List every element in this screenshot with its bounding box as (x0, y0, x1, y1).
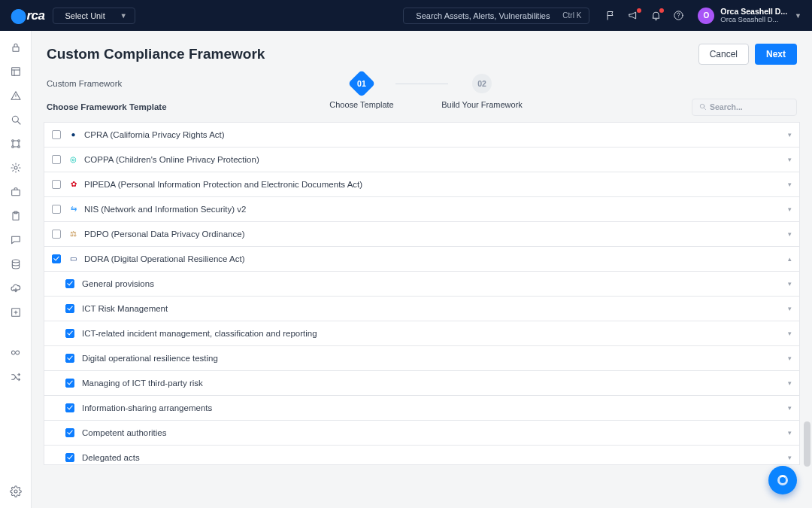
cloud-icon[interactable] (10, 282, 22, 294)
clipboard-icon[interactable] (10, 210, 22, 222)
framework-child-row[interactable]: ICT-related incident management, classif… (44, 321, 799, 345)
step-1-badge: 01 (348, 70, 376, 98)
framework-row[interactable]: ◎COPPA (Children's Online Privacy Protec… (44, 147, 799, 172)
layout-icon[interactable] (10, 65, 22, 78)
child-checkbox[interactable] (65, 304, 74, 313)
child-checkbox[interactable] (65, 453, 74, 462)
chevron-down-icon: ▼ (795, 12, 801, 20)
framework-label: PDPO (Personal Data Privacy Ordinance) (84, 230, 244, 239)
expand-icon[interactable]: ▾ (788, 354, 792, 362)
framework-icon: ◎ (68, 154, 78, 164)
user-text: Orca Seashell D... Orca Seashell D... (720, 8, 787, 24)
sidebar (0, 31, 32, 508)
framework-row[interactable]: ▭DORA (Digital Operational Resilience Ac… (44, 246, 799, 271)
framework-child-row[interactable]: ICT Risk Management▾ (44, 296, 799, 321)
expand-icon[interactable]: ▾ (788, 429, 792, 437)
global-search-placeholder: Search Assets, Alerts, Vulnerabilities (416, 11, 558, 20)
framework-checkbox[interactable] (52, 130, 61, 139)
child-checkbox[interactable] (65, 354, 74, 363)
child-label: ICT-related incident management, classif… (82, 329, 317, 338)
child-checkbox[interactable] (65, 403, 74, 412)
child-checkbox[interactable] (65, 329, 74, 338)
step-1[interactable]: 01 Choose Template (320, 74, 403, 111)
framework-row[interactable]: ✿PIPEDA (Personal Information Protection… (44, 172, 799, 196)
flag-icon[interactable] (604, 10, 617, 22)
child-label: Managing of ICT third-party risk (82, 379, 203, 388)
settings-icon[interactable] (10, 485, 22, 497)
select-unit-dropdown[interactable]: Select Unit ▼ (53, 8, 135, 24)
framework-icon: ● (68, 129, 78, 139)
framework-checkbox[interactable] (52, 230, 61, 239)
framework-checkbox[interactable] (52, 155, 61, 164)
framework-label: NIS (Network and Information Security) v… (84, 205, 246, 214)
add-box-icon[interactable] (10, 306, 22, 318)
framework-row[interactable]: ●CPRA (California Privacy Rights Act)▾ (44, 122, 799, 147)
step-2-badge: 02 (472, 74, 492, 93)
expand-icon[interactable]: ▾ (788, 280, 792, 287)
user-name: Orca Seashell D... (720, 8, 787, 17)
expand-icon[interactable]: ▾ (788, 156, 792, 163)
framework-child-row[interactable]: Competent authorities▾ (44, 420, 799, 445)
framework-label: DORA (Digital Operational Resilience Act… (84, 254, 244, 263)
cancel-button[interactable]: Cancel (698, 44, 749, 65)
infinity-icon[interactable] (10, 347, 22, 359)
framework-child-row[interactable]: Information-sharing arrangements▾ (44, 395, 799, 420)
framework-checkbox[interactable] (52, 205, 61, 214)
shuffle-icon[interactable] (10, 371, 22, 383)
expand-icon[interactable]: ▾ (788, 330, 792, 337)
bell-icon[interactable] (650, 10, 662, 22)
framework-child-row[interactable]: Delegated acts▾ (44, 445, 799, 465)
framework-icon: ✿ (68, 179, 78, 189)
briefcase-icon[interactable] (10, 186, 22, 198)
expand-icon[interactable]: ▾ (788, 131, 792, 138)
select-unit-label: Select Unit (65, 11, 105, 20)
help-icon[interactable] (672, 10, 684, 22)
expand-icon[interactable]: ▾ (788, 205, 792, 213)
global-search[interactable]: Search Assets, Alerts, Vulnerabilities C… (403, 8, 589, 24)
alert-icon[interactable] (10, 90, 22, 102)
expand-icon[interactable]: ▾ (788, 379, 792, 387)
search-nav-icon[interactable] (10, 114, 22, 126)
topbar: ⬤rca Select Unit ▼ Search Assets, Alerts… (0, 0, 812, 31)
framework-child-row[interactable]: Digital operational resilience testing▾ (44, 345, 799, 370)
framework-child-row[interactable]: General provisions▾ (44, 271, 799, 296)
header-actions: Cancel Next (698, 44, 797, 65)
svg-rect-6 (13, 47, 19, 51)
expand-icon[interactable]: ▴ (788, 255, 792, 263)
expand-icon[interactable]: ▾ (788, 181, 792, 188)
svg-point-12 (12, 116, 18, 122)
user-menu[interactable]: O Orca Seashell D... Orca Seashell D... … (698, 8, 801, 24)
child-label: General provisions (82, 279, 154, 288)
child-label: ICT Risk Management (82, 304, 168, 313)
framework-checkbox[interactable] (52, 180, 61, 189)
step-2-label: Build Your Framework (441, 100, 523, 111)
lock-icon[interactable] (10, 41, 22, 53)
expand-icon[interactable]: ▾ (788, 454, 792, 461)
framework-checkbox[interactable] (52, 254, 61, 263)
child-label: Competent authorities (82, 428, 167, 437)
database-icon[interactable] (10, 258, 22, 270)
svg-point-11 (15, 98, 16, 99)
child-checkbox[interactable] (65, 279, 74, 288)
spinner-icon (777, 475, 788, 485)
gear-icon[interactable] (10, 162, 22, 174)
next-button[interactable]: Next (755, 44, 797, 65)
graph-icon[interactable] (10, 138, 22, 150)
avatar: O (698, 8, 714, 24)
framework-row[interactable]: ⚖PDPO (Personal Data Privacy Ordinance)▾ (44, 221, 799, 246)
expand-icon[interactable]: ▾ (788, 230, 792, 238)
framework-label: COPPA (Children's Online Privacy Protect… (84, 155, 259, 164)
megaphone-icon[interactable] (627, 10, 639, 22)
child-label: Delegated acts (82, 453, 140, 462)
framework-child-row[interactable]: Managing of ICT third-party risk▾ (44, 370, 799, 395)
framework-icon: ⇆ (68, 204, 78, 214)
help-fab[interactable] (768, 466, 797, 494)
child-checkbox[interactable] (65, 379, 74, 388)
expand-icon[interactable]: ▾ (788, 305, 792, 312)
framework-row[interactable]: ⇆NIS (Network and Information Security) … (44, 196, 799, 221)
chat-icon[interactable] (10, 234, 22, 246)
page-scrollbar[interactable] (804, 421, 810, 467)
step-2[interactable]: 02 Build Your Framework (441, 74, 523, 111)
expand-icon[interactable]: ▾ (788, 404, 792, 412)
child-checkbox[interactable] (65, 428, 74, 437)
